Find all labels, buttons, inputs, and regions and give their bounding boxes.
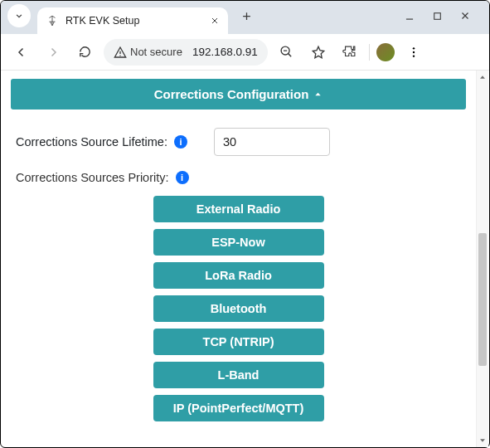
scrollbar-thumb[interactable] bbox=[478, 233, 487, 366]
priority-field: Corrections Sources Priority: i bbox=[11, 171, 466, 184]
separator bbox=[369, 44, 370, 61]
minimize-button[interactable] bbox=[404, 10, 415, 22]
scrollbar-track[interactable] bbox=[477, 84, 489, 434]
menu-button[interactable] bbox=[401, 40, 426, 65]
plus-icon bbox=[240, 10, 253, 22]
warning-icon bbox=[114, 46, 127, 59]
new-tab-button[interactable] bbox=[235, 4, 258, 27]
minimize-icon bbox=[404, 10, 415, 22]
page-content: Corrections Configuration Corrections So… bbox=[1, 71, 476, 447]
priority-item[interactable]: IP (PointPerfect/MQTT) bbox=[153, 395, 324, 421]
priority-item[interactable]: L-Band bbox=[153, 362, 324, 388]
search-tabs-button[interactable] bbox=[7, 4, 31, 27]
info-icon[interactable]: i bbox=[174, 135, 187, 149]
scroll-down-button[interactable] bbox=[477, 434, 489, 447]
triangle-down-icon bbox=[478, 436, 487, 445]
svg-point-1 bbox=[119, 55, 120, 56]
security-status: Not secure bbox=[114, 46, 182, 59]
lifetime-input[interactable] bbox=[214, 128, 330, 156]
tab-close-button[interactable] bbox=[210, 16, 220, 26]
svg-point-3 bbox=[413, 47, 415, 49]
lifetime-label: Corrections Source Lifetime: bbox=[16, 135, 167, 149]
puzzle-icon bbox=[342, 45, 357, 59]
forward-button[interactable] bbox=[41, 40, 65, 65]
kebab-icon bbox=[407, 46, 420, 59]
triangle-up-icon bbox=[478, 73, 487, 81]
maximize-icon bbox=[432, 11, 443, 22]
star-icon bbox=[311, 45, 326, 60]
close-window-button[interactable] bbox=[459, 10, 471, 22]
reload-icon bbox=[78, 45, 92, 59]
extensions-button[interactable] bbox=[337, 40, 362, 65]
back-button[interactable] bbox=[9, 40, 34, 65]
caret-up-icon bbox=[313, 90, 323, 99]
scroll-up-button[interactable] bbox=[477, 71, 489, 84]
browser-window: RTK EVK Setup Not secure bbox=[0, 0, 490, 448]
section-header[interactable]: Corrections Configuration bbox=[11, 79, 466, 110]
svg-point-4 bbox=[413, 51, 415, 52]
reload-button[interactable] bbox=[72, 40, 97, 65]
close-icon bbox=[210, 16, 220, 26]
address-bar[interactable]: Not secure 192.168.0.91 bbox=[104, 39, 268, 66]
arrow-right-icon bbox=[46, 45, 61, 60]
priority-item[interactable]: External Radio bbox=[153, 196, 324, 222]
vertical-scrollbar[interactable] bbox=[476, 71, 488, 447]
profile-avatar[interactable] bbox=[376, 43, 395, 61]
priority-label: Corrections Sources Priority: bbox=[16, 171, 169, 184]
chevron-down-icon bbox=[13, 10, 25, 22]
svg-rect-0 bbox=[434, 12, 441, 19]
priority-list: External Radio ESP-Now LoRa Radio Blueto… bbox=[11, 196, 466, 421]
favicon-icon bbox=[46, 14, 59, 27]
lifetime-field: Corrections Source Lifetime: i bbox=[11, 128, 466, 156]
arrow-left-icon bbox=[14, 45, 29, 60]
priority-item[interactable]: ESP-Now bbox=[153, 229, 324, 256]
zoom-out-icon bbox=[279, 45, 294, 59]
close-icon bbox=[459, 10, 471, 22]
toolbar: Not secure 192.168.0.91 bbox=[1, 34, 489, 71]
tab-strip: RTK EVK Setup bbox=[1, 1, 489, 34]
priority-item[interactable]: TCP (NTRIP) bbox=[153, 329, 324, 355]
info-icon[interactable]: i bbox=[176, 171, 189, 184]
priority-item[interactable]: Bluetooth bbox=[153, 295, 324, 322]
browser-tab[interactable]: RTK EVK Setup bbox=[37, 7, 228, 34]
url-text: 192.168.0.91 bbox=[192, 46, 258, 58]
svg-point-5 bbox=[413, 55, 415, 56]
security-text: Not secure bbox=[130, 46, 182, 58]
window-controls bbox=[404, 10, 483, 22]
section-title: Corrections Configuration bbox=[154, 87, 309, 101]
maximize-button[interactable] bbox=[432, 10, 443, 22]
tab-title: RTK EVK Setup bbox=[65, 15, 139, 27]
viewport: Corrections Configuration Corrections So… bbox=[1, 71, 489, 447]
bookmark-button[interactable] bbox=[306, 40, 331, 65]
priority-item[interactable]: LoRa Radio bbox=[153, 262, 324, 289]
zoom-button[interactable] bbox=[274, 40, 299, 65]
